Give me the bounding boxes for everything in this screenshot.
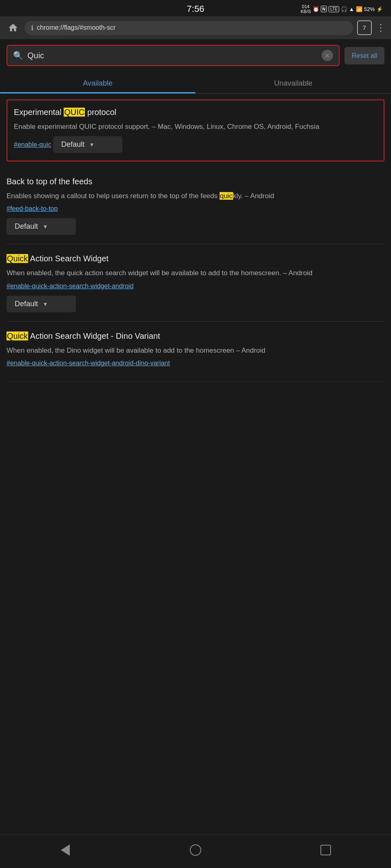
alarm-icon: ⏰	[313, 6, 319, 12]
flag-dropdown-quick-action[interactable]: Default ▾	[7, 296, 76, 312]
flag-highlight-dino: Quick	[7, 331, 28, 340]
flag-highlight-feed: quic	[220, 192, 233, 200]
flag-dropdown-feed[interactable]: Default ▾	[7, 218, 76, 235]
flags-list: Experimental QUIC protocol Enable experi…	[0, 99, 391, 382]
tab-available[interactable]: Available	[0, 72, 196, 93]
flag-desc-quic: Enable experimental QUIC protocol suppor…	[14, 121, 377, 132]
home-nav-button[interactable]	[185, 842, 206, 858]
back-icon	[61, 844, 70, 856]
address-bar[interactable]: ℹ chrome://flags/#smooth-scr	[24, 21, 353, 35]
signal-icon: 📶	[356, 6, 362, 12]
recents-button[interactable]	[315, 842, 336, 858]
search-input[interactable]: Quic	[27, 51, 318, 60]
reset-all-button[interactable]: Reset all	[344, 47, 384, 64]
flag-item-quick-action: Quick Action Search Widget When enabled,…	[7, 244, 384, 322]
data-speed-icon: 014KB/S	[300, 4, 311, 14]
flag-item-quic: Experimental QUIC protocol Enable experi…	[7, 99, 384, 161]
search-clear-button[interactable]: ✕	[322, 50, 333, 61]
flag-title-prefix: Experimental	[14, 108, 64, 117]
browser-toolbar: ℹ chrome://flags/#smooth-scr 7 ⋮	[0, 16, 391, 39]
status-bar: 7:56 014KB/S ⏰ N LTE 🎧 ▲ 📶 52% ⚡	[0, 0, 391, 16]
flag-item-quick-action-dino: Quick Action Search Widget - Dino Varian…	[7, 322, 384, 382]
status-icons: 014KB/S ⏰ N LTE 🎧 ▲ 📶 52% ⚡	[300, 4, 383, 14]
dropdown-arrow-quic: ▾	[90, 141, 93, 148]
flag-title-dino: Quick Action Search Widget - Dino Varian…	[7, 331, 384, 341]
back-button[interactable]	[55, 842, 76, 858]
status-time: 7:56	[187, 4, 204, 14]
search-area: 🔍 Quic ✕ Reset all	[0, 39, 391, 72]
main-content: Experimental QUIC protocol Enable experi…	[0, 99, 391, 415]
home-button[interactable]	[6, 20, 20, 35]
tabs-bar: Available Unavailable	[0, 72, 391, 94]
flag-desc-quick-action: When enabled, the quick action search wi…	[7, 268, 384, 278]
search-box[interactable]: 🔍 Quic ✕	[7, 45, 340, 66]
bottom-nav	[0, 834, 391, 868]
dropdown-arrow-quick-action: ▾	[44, 300, 47, 308]
flag-link-dino[interactable]: #enable-quick-action-search-widget-andro…	[7, 360, 170, 367]
home-nav-icon	[190, 844, 201, 856]
wifi-icon: ▲	[349, 6, 354, 12]
flag-highlight-quic: QUIC	[64, 108, 85, 117]
flag-link-quick-action[interactable]: #enable-quick-action-search-widget-andro…	[7, 283, 133, 290]
flag-link-feed[interactable]: #feed-back-to-top	[7, 205, 58, 212]
tab-count-button[interactable]: 7	[357, 20, 372, 35]
lte-icon: LTE	[329, 6, 339, 12]
flag-title-feed: Back to top of the feeds	[7, 176, 384, 187]
flag-title-suffix: protocol	[85, 108, 116, 117]
tab-unavailable[interactable]: Unavailable	[196, 72, 391, 93]
menu-button[interactable]: ⋮	[376, 23, 385, 33]
recents-icon	[320, 845, 331, 855]
search-icon: 🔍	[13, 51, 23, 60]
flag-item-feed-back-to-top: Back to top of the feeds Enables showing…	[7, 167, 384, 245]
nfc-icon: N	[321, 6, 327, 12]
bluetooth-icon: 🎧	[341, 6, 347, 12]
dropdown-arrow-feed: ▾	[44, 223, 47, 230]
battery-percent: 52%	[364, 6, 375, 12]
flag-dropdown-quic[interactable]: Default ▾	[53, 136, 122, 153]
flag-title-quic: Experimental QUIC protocol	[14, 107, 377, 117]
flag-desc-feed: Enables showing a callout to help users …	[7, 191, 384, 201]
flag-desc-dino: When enabled, the Dino widget will be av…	[7, 345, 384, 356]
battery-charging-icon: ⚡	[376, 6, 383, 12]
flag-title-quick-action: Quick Action Search Widget	[7, 253, 384, 264]
flag-highlight-quick-action: Quick	[7, 254, 28, 263]
flag-link-quic[interactable]: #enable-quic	[14, 141, 51, 148]
info-icon: ℹ	[31, 24, 33, 32]
url-text: chrome://flags/#smooth-scr	[37, 24, 347, 31]
